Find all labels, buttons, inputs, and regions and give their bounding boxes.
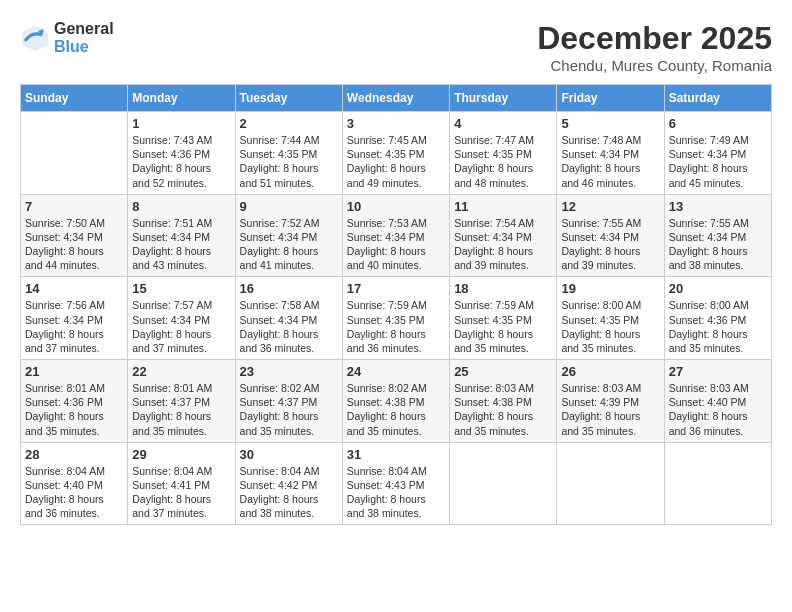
cell-info: Sunrise: 7:55 AMSunset: 4:34 PMDaylight:… xyxy=(561,216,659,273)
cell-info: Sunrise: 8:01 AMSunset: 4:37 PMDaylight:… xyxy=(132,381,230,438)
day-number: 25 xyxy=(454,364,552,379)
day-number: 8 xyxy=(132,199,230,214)
day-cell: 24Sunrise: 8:02 AMSunset: 4:38 PMDayligh… xyxy=(342,360,449,443)
day-cell: 26Sunrise: 8:03 AMSunset: 4:39 PMDayligh… xyxy=(557,360,664,443)
day-cell: 1Sunrise: 7:43 AMSunset: 4:36 PMDaylight… xyxy=(128,112,235,195)
header-cell-tuesday: Tuesday xyxy=(235,85,342,112)
day-cell: 22Sunrise: 8:01 AMSunset: 4:37 PMDayligh… xyxy=(128,360,235,443)
cell-info: Sunrise: 7:49 AMSunset: 4:34 PMDaylight:… xyxy=(669,133,767,190)
day-number: 18 xyxy=(454,281,552,296)
cell-info: Sunrise: 7:43 AMSunset: 4:36 PMDaylight:… xyxy=(132,133,230,190)
day-cell: 8Sunrise: 7:51 AMSunset: 4:34 PMDaylight… xyxy=(128,194,235,277)
day-number: 9 xyxy=(240,199,338,214)
day-cell: 15Sunrise: 7:57 AMSunset: 4:34 PMDayligh… xyxy=(128,277,235,360)
day-number: 19 xyxy=(561,281,659,296)
day-cell: 25Sunrise: 8:03 AMSunset: 4:38 PMDayligh… xyxy=(450,360,557,443)
cell-info: Sunrise: 8:03 AMSunset: 4:39 PMDaylight:… xyxy=(561,381,659,438)
day-number: 13 xyxy=(669,199,767,214)
logo-text: General Blue xyxy=(54,20,114,55)
day-cell: 2Sunrise: 7:44 AMSunset: 4:35 PMDaylight… xyxy=(235,112,342,195)
location: Chendu, Mures County, Romania xyxy=(537,57,772,74)
cell-info: Sunrise: 7:58 AMSunset: 4:34 PMDaylight:… xyxy=(240,298,338,355)
cell-info: Sunrise: 7:44 AMSunset: 4:35 PMDaylight:… xyxy=(240,133,338,190)
day-number: 28 xyxy=(25,447,123,462)
day-cell: 21Sunrise: 8:01 AMSunset: 4:36 PMDayligh… xyxy=(21,360,128,443)
day-number: 16 xyxy=(240,281,338,296)
header-cell-saturday: Saturday xyxy=(664,85,771,112)
cell-info: Sunrise: 8:02 AMSunset: 4:38 PMDaylight:… xyxy=(347,381,445,438)
day-cell: 28Sunrise: 8:04 AMSunset: 4:40 PMDayligh… xyxy=(21,442,128,525)
cell-info: Sunrise: 7:47 AMSunset: 4:35 PMDaylight:… xyxy=(454,133,552,190)
day-cell: 29Sunrise: 8:04 AMSunset: 4:41 PMDayligh… xyxy=(128,442,235,525)
day-number: 24 xyxy=(347,364,445,379)
day-number: 10 xyxy=(347,199,445,214)
day-number: 4 xyxy=(454,116,552,131)
calendar-table: SundayMondayTuesdayWednesdayThursdayFrid… xyxy=(20,84,772,525)
day-number: 15 xyxy=(132,281,230,296)
day-cell: 20Sunrise: 8:00 AMSunset: 4:36 PMDayligh… xyxy=(664,277,771,360)
cell-info: Sunrise: 7:57 AMSunset: 4:34 PMDaylight:… xyxy=(132,298,230,355)
week-row-4: 21Sunrise: 8:01 AMSunset: 4:36 PMDayligh… xyxy=(21,360,772,443)
logo-general: General xyxy=(54,20,114,38)
cell-info: Sunrise: 7:56 AMSunset: 4:34 PMDaylight:… xyxy=(25,298,123,355)
cell-info: Sunrise: 7:45 AMSunset: 4:35 PMDaylight:… xyxy=(347,133,445,190)
cell-info: Sunrise: 8:04 AMSunset: 4:43 PMDaylight:… xyxy=(347,464,445,521)
day-cell: 3Sunrise: 7:45 AMSunset: 4:35 PMDaylight… xyxy=(342,112,449,195)
day-number: 12 xyxy=(561,199,659,214)
day-cell xyxy=(450,442,557,525)
day-number: 2 xyxy=(240,116,338,131)
logo-blue: Blue xyxy=(54,38,114,56)
day-cell: 23Sunrise: 8:02 AMSunset: 4:37 PMDayligh… xyxy=(235,360,342,443)
day-cell xyxy=(21,112,128,195)
header-cell-friday: Friday xyxy=(557,85,664,112)
cell-info: Sunrise: 8:02 AMSunset: 4:37 PMDaylight:… xyxy=(240,381,338,438)
cell-info: Sunrise: 7:52 AMSunset: 4:34 PMDaylight:… xyxy=(240,216,338,273)
cell-info: Sunrise: 7:51 AMSunset: 4:34 PMDaylight:… xyxy=(132,216,230,273)
day-cell: 5Sunrise: 7:48 AMSunset: 4:34 PMDaylight… xyxy=(557,112,664,195)
day-number: 23 xyxy=(240,364,338,379)
day-cell: 6Sunrise: 7:49 AMSunset: 4:34 PMDaylight… xyxy=(664,112,771,195)
cell-info: Sunrise: 8:03 AMSunset: 4:38 PMDaylight:… xyxy=(454,381,552,438)
day-cell: 27Sunrise: 8:03 AMSunset: 4:40 PMDayligh… xyxy=(664,360,771,443)
logo-icon xyxy=(20,23,50,53)
day-number: 21 xyxy=(25,364,123,379)
day-cell xyxy=(557,442,664,525)
day-number: 5 xyxy=(561,116,659,131)
header-cell-monday: Monday xyxy=(128,85,235,112)
day-cell: 7Sunrise: 7:50 AMSunset: 4:34 PMDaylight… xyxy=(21,194,128,277)
week-row-3: 14Sunrise: 7:56 AMSunset: 4:34 PMDayligh… xyxy=(21,277,772,360)
week-row-1: 1Sunrise: 7:43 AMSunset: 4:36 PMDaylight… xyxy=(21,112,772,195)
logo: General Blue xyxy=(20,20,114,55)
header: General Blue December 2025 Chendu, Mures… xyxy=(20,20,772,74)
header-cell-thursday: Thursday xyxy=(450,85,557,112)
week-row-5: 28Sunrise: 8:04 AMSunset: 4:40 PMDayligh… xyxy=(21,442,772,525)
day-number: 27 xyxy=(669,364,767,379)
header-cell-sunday: Sunday xyxy=(21,85,128,112)
cell-info: Sunrise: 7:59 AMSunset: 4:35 PMDaylight:… xyxy=(454,298,552,355)
day-cell: 4Sunrise: 7:47 AMSunset: 4:35 PMDaylight… xyxy=(450,112,557,195)
day-number: 22 xyxy=(132,364,230,379)
cell-info: Sunrise: 8:03 AMSunset: 4:40 PMDaylight:… xyxy=(669,381,767,438)
day-cell xyxy=(664,442,771,525)
cell-info: Sunrise: 7:50 AMSunset: 4:34 PMDaylight:… xyxy=(25,216,123,273)
month-title: December 2025 xyxy=(537,20,772,57)
day-cell: 16Sunrise: 7:58 AMSunset: 4:34 PMDayligh… xyxy=(235,277,342,360)
day-cell: 18Sunrise: 7:59 AMSunset: 4:35 PMDayligh… xyxy=(450,277,557,360)
day-number: 6 xyxy=(669,116,767,131)
day-cell: 10Sunrise: 7:53 AMSunset: 4:34 PMDayligh… xyxy=(342,194,449,277)
day-number: 26 xyxy=(561,364,659,379)
cell-info: Sunrise: 8:04 AMSunset: 4:40 PMDaylight:… xyxy=(25,464,123,521)
cell-info: Sunrise: 8:04 AMSunset: 4:41 PMDaylight:… xyxy=(132,464,230,521)
day-cell: 11Sunrise: 7:54 AMSunset: 4:34 PMDayligh… xyxy=(450,194,557,277)
header-row: SundayMondayTuesdayWednesdayThursdayFrid… xyxy=(21,85,772,112)
day-number: 29 xyxy=(132,447,230,462)
day-cell: 31Sunrise: 8:04 AMSunset: 4:43 PMDayligh… xyxy=(342,442,449,525)
cell-info: Sunrise: 8:00 AMSunset: 4:35 PMDaylight:… xyxy=(561,298,659,355)
cell-info: Sunrise: 8:00 AMSunset: 4:36 PMDaylight:… xyxy=(669,298,767,355)
day-cell: 12Sunrise: 7:55 AMSunset: 4:34 PMDayligh… xyxy=(557,194,664,277)
cell-info: Sunrise: 7:48 AMSunset: 4:34 PMDaylight:… xyxy=(561,133,659,190)
day-number: 7 xyxy=(25,199,123,214)
cell-info: Sunrise: 7:59 AMSunset: 4:35 PMDaylight:… xyxy=(347,298,445,355)
title-area: December 2025 Chendu, Mures County, Roma… xyxy=(537,20,772,74)
day-number: 14 xyxy=(25,281,123,296)
